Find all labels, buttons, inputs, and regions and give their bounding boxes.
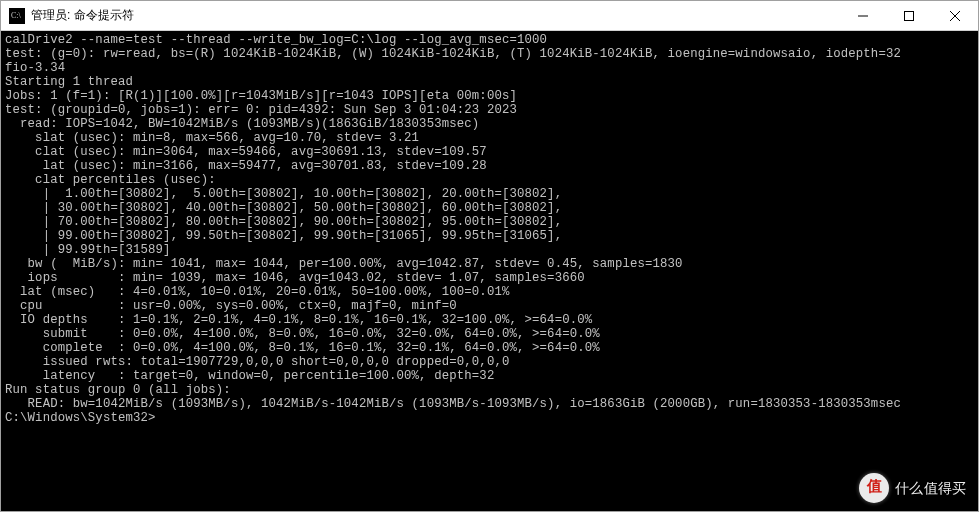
terminal-line: test: (g=0): rw=read, bs=(R) 1024KiB-102… (5, 47, 974, 61)
titlebar[interactable]: C:\ 管理员: 命令提示符 (1, 1, 978, 31)
terminal-line: latency : target=0, window=0, percentile… (5, 369, 974, 383)
terminal-line: slat (usec): min=8, max=566, avg=10.70, … (5, 131, 974, 145)
watermark-text: 什么值得买 (895, 481, 966, 495)
terminal-line: | 70.00th=[30802], 80.00th=[30802], 90.0… (5, 215, 974, 229)
terminal-line: | 1.00th=[30802], 5.00th=[30802], 10.00t… (5, 187, 974, 201)
window-title: 管理员: 命令提示符 (31, 7, 134, 24)
window-frame: C:\ 管理员: 命令提示符 calDrive2 --name=test --t… (0, 0, 979, 512)
window-controls (840, 1, 978, 30)
terminal-line: bw ( MiB/s): min= 1041, max= 1044, per=1… (5, 257, 974, 271)
cmd-icon: C:\ (9, 8, 25, 24)
terminal-output[interactable]: calDrive2 --name=test --thread --write_b… (1, 31, 978, 511)
terminal-line: Starting 1 thread (5, 75, 974, 89)
svg-text:C:\: C:\ (11, 11, 22, 20)
terminal-line: fio-3.34 (5, 61, 974, 75)
terminal-line: read: IOPS=1042, BW=1042MiB/s (1093MB/s)… (5, 117, 974, 131)
terminal-line: complete : 0=0.0%, 4=100.0%, 8=0.1%, 16=… (5, 341, 974, 355)
terminal-line: submit : 0=0.0%, 4=100.0%, 8=0.0%, 16=0.… (5, 327, 974, 341)
watermark-badge-icon: 值 (859, 473, 889, 503)
maximize-button[interactable] (886, 1, 932, 30)
terminal-line: iops : min= 1039, max= 1046, avg=1043.02… (5, 271, 974, 285)
terminal-prompt[interactable]: C:\Windows\System32> (5, 411, 156, 425)
watermark: 值 什么值得买 (859, 473, 966, 503)
terminal-line: clat (usec): min=3064, max=59466, avg=30… (5, 145, 974, 159)
terminal-line: | 30.00th=[30802], 40.00th=[30802], 50.0… (5, 201, 974, 215)
svg-rect-3 (905, 11, 914, 20)
close-button[interactable] (932, 1, 978, 30)
terminal-line: Run status group 0 (all jobs): (5, 383, 974, 397)
minimize-button[interactable] (840, 1, 886, 30)
terminal-line: | 99.99th=[31589] (5, 243, 974, 257)
terminal-line: | 99.00th=[30802], 99.50th=[30802], 99.9… (5, 229, 974, 243)
terminal-line: issued rwts: total=1907729,0,0,0 short=0… (5, 355, 974, 369)
terminal-line: lat (usec): min=3166, max=59477, avg=307… (5, 159, 974, 173)
terminal-line: test: (groupid=0, jobs=1): err= 0: pid=4… (5, 103, 974, 117)
terminal-line: lat (msec) : 4=0.01%, 10=0.01%, 20=0.01%… (5, 285, 974, 299)
terminal-line: clat percentiles (usec): (5, 173, 974, 187)
terminal-line: READ: bw=1042MiB/s (1093MB/s), 1042MiB/s… (5, 397, 974, 411)
terminal-line: IO depths : 1=0.1%, 2=0.1%, 4=0.1%, 8=0.… (5, 313, 974, 327)
terminal-line: Jobs: 1 (f=1): [R(1)][100.0%][r=1043MiB/… (5, 89, 974, 103)
terminal-line: cpu : usr=0.00%, sys=0.00%, ctx=0, majf=… (5, 299, 974, 313)
terminal-line: calDrive2 --name=test --thread --write_b… (5, 33, 974, 47)
